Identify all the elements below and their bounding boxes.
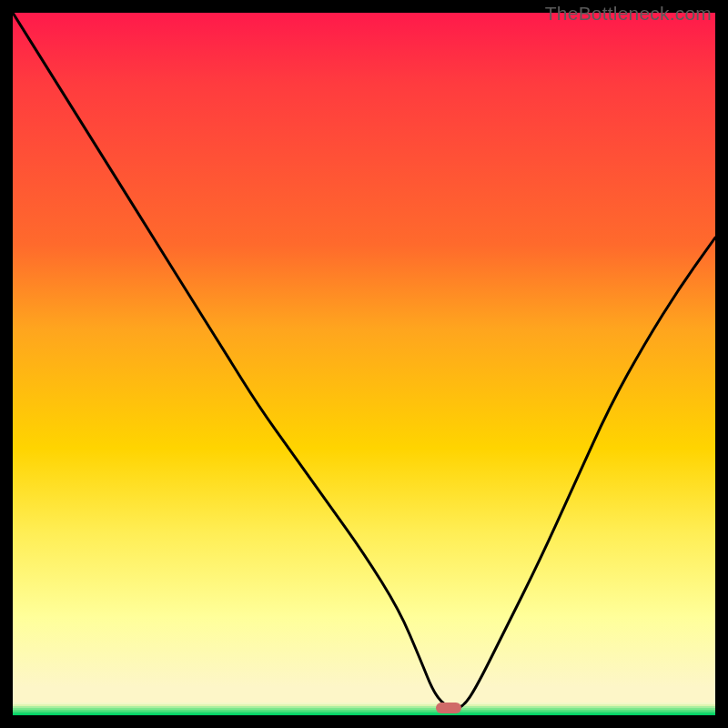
plot-area [13,13,715,715]
chart-container: TheBottleneck.com [0,0,728,728]
bottleneck-curve [13,13,715,715]
minimum-marker [436,703,461,713]
watermark-text: TheBottleneck.com [545,3,712,25]
